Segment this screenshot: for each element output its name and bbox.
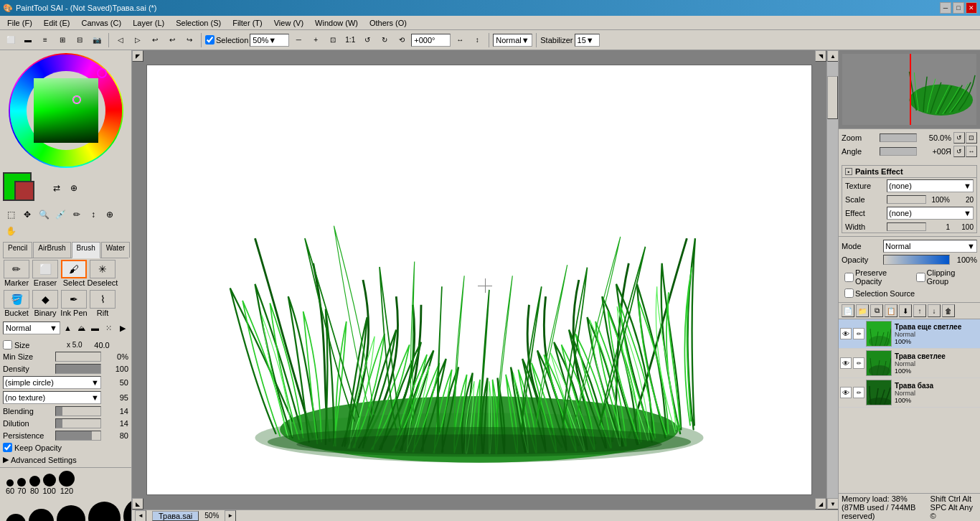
menu-edit[interactable]: Edit (E)	[38, 17, 76, 29]
zoom-in-btn[interactable]: +	[308, 32, 324, 48]
toolbar-btn-11[interactable]: ↪	[182, 32, 197, 48]
zoom-fit-btn[interactable]: ⊡	[325, 32, 341, 48]
menu-view[interactable]: View (V)	[268, 17, 309, 29]
pencil-tool[interactable]: ✏	[69, 207, 85, 222]
zoom-out-btn[interactable]: ─	[291, 32, 306, 48]
scroll-down-btn[interactable]: ▼	[827, 498, 838, 510]
canvas-corner-tl[interactable]: ◤	[132, 50, 143, 62]
preset-300[interactable]: 300	[88, 502, 121, 521]
texture-dropdown[interactable]: (no texture) ▼	[3, 391, 101, 404]
menu-others[interactable]: Others (O)	[364, 17, 413, 29]
layer-item-2[interactable]: 👁 ✏ Трава светлее Normal 100%	[839, 349, 980, 378]
angle-dropdown[interactable]: +000°	[411, 34, 451, 47]
density-slider[interactable]	[55, 364, 101, 374]
binary-tool[interactable]: ◆ Binary	[32, 290, 59, 317]
selection-source-checkbox[interactable]	[844, 288, 854, 298]
tab-airbrush[interactable]: AirBrush	[33, 242, 70, 258]
layer-visibility-2[interactable]: 👁	[840, 357, 852, 369]
flip-v-btn[interactable]: ↕	[469, 32, 485, 48]
menu-selection[interactable]: Selection (S)	[170, 17, 227, 29]
reset-btn[interactable]: ⟲	[394, 32, 410, 48]
blending-slider[interactable]	[55, 406, 101, 416]
preview-thumbnail[interactable]	[842, 54, 976, 125]
blend-mode-dropdown[interactable]: Normal ▼	[493, 34, 532, 47]
menu-window[interactable]: Window (W)	[309, 17, 364, 29]
preset-250[interactable]: 250	[57, 505, 85, 521]
layer-paste-btn[interactable]: 📋	[885, 304, 897, 317]
toolbar-btn-2[interactable]: ▬	[20, 32, 36, 48]
angle-flip-btn[interactable]: ↔	[966, 146, 977, 157]
opacity-slider[interactable]	[883, 255, 950, 265]
keep-opacity-checkbox[interactable]	[3, 443, 12, 452]
menu-filter[interactable]: Filter (T)	[227, 17, 268, 29]
shape-triangle-up[interactable]: ▲	[62, 320, 74, 336]
menu-canvas[interactable]: Canvas (C)	[76, 17, 128, 29]
layer-lock-2[interactable]: ✏	[853, 357, 864, 369]
toolbar-btn-6[interactable]: 📷	[89, 32, 105, 48]
layer-down-btn[interactable]: ↓	[928, 304, 941, 317]
advanced-settings-row[interactable]: ▶ Advanced Settings	[3, 455, 128, 464]
shape-rect[interactable]: ▬	[89, 320, 101, 336]
persistence-slider[interactable]	[55, 431, 101, 441]
mode-dropdown[interactable]: Normal ▼	[883, 240, 977, 253]
scroll-thumb-v[interactable]	[827, 76, 838, 119]
status-left-btn[interactable]: ◄	[135, 510, 146, 522]
status-right-btn[interactable]: ►	[225, 510, 236, 522]
move-tool[interactable]: ✥	[19, 207, 35, 222]
texture-effect-dropdown[interactable]: (none) ▼	[887, 179, 974, 192]
flip-h-btn[interactable]: ↔	[452, 32, 468, 48]
selection-checkbox[interactable]	[205, 35, 215, 44]
maximize-button[interactable]: □	[953, 2, 964, 14]
select-rect-tool[interactable]: ⬚	[3, 207, 19, 222]
layer-lock-3[interactable]: ✏	[853, 387, 864, 398]
layer-merge-down-btn[interactable]: ⬇	[899, 304, 912, 317]
toolbar-btn-9[interactable]: ↩	[147, 32, 163, 48]
min-size-slider[interactable]	[55, 352, 101, 362]
preserve-opacity-checkbox[interactable]	[844, 273, 854, 282]
rotate-ccw-btn[interactable]: ↺	[359, 32, 375, 48]
zoom-actual-btn[interactable]: 1:1	[342, 32, 358, 48]
drawing-canvas[interactable]	[146, 65, 812, 495]
preset-160[interactable]: 160	[6, 514, 26, 521]
rotate-cw-btn[interactable]: ↻	[377, 32, 392, 48]
color-wheel[interactable]	[9, 53, 123, 168]
tab-pencil[interactable]: Pencil	[3, 242, 32, 258]
layer-visibility-3[interactable]: 👁	[840, 387, 852, 398]
zoom-tool[interactable]: ⊕	[102, 207, 118, 222]
zoom-dropdown[interactable]: 50% ▼	[250, 34, 289, 47]
bucket-tool[interactable]: 🪣 Bucket	[3, 290, 30, 317]
toolbar-btn-8[interactable]: ▷	[130, 32, 146, 48]
toolbar-btn-3[interactable]: ≡	[37, 32, 53, 48]
canvas-corner-br[interactable]: ◢	[815, 498, 826, 510]
eraser-tool[interactable]: ⬜ Eraser	[32, 260, 59, 287]
deselect-tool[interactable]: ✳ Deselect	[89, 260, 116, 287]
eyedropper-tool[interactable]: 💉	[52, 207, 68, 222]
effect-effect-dropdown[interactable]: (none) ▼	[887, 207, 974, 220]
layer-item-1[interactable]: 👁 ✏ Трава еще светлее Normal 100%	[839, 319, 980, 349]
tab-water[interactable]: Water	[101, 242, 130, 258]
secondary-color-swatch[interactable]	[14, 181, 34, 201]
preset-200[interactable]: 200	[29, 509, 54, 521]
shape-scroll[interactable]: ▶	[116, 320, 128, 336]
preset-70[interactable]: 70	[17, 478, 26, 495]
dilution-slider[interactable]	[55, 418, 101, 428]
brush-mode-dropdown[interactable]: Normal ▼	[3, 321, 60, 334]
zoom-slider[interactable]	[880, 133, 917, 142]
preset-100[interactable]: 100	[43, 474, 56, 495]
zoom-reset-btn[interactable]: ↺	[953, 132, 965, 144]
minimize-button[interactable]: ─	[940, 2, 951, 14]
size-checkbox[interactable]	[3, 340, 12, 349]
canvas-area[interactable]: ◤ ◥ ◣ ◢	[132, 50, 838, 521]
scroll-track-v[interactable]	[827, 62, 838, 498]
toolbar-btn-7[interactable]: ◁	[113, 32, 128, 48]
lasso-tool[interactable]: 🔍	[36, 207, 52, 222]
preset-120[interactable]: 120	[59, 471, 75, 495]
preset-60[interactable]: 60	[6, 479, 14, 495]
toolbar-btn-10[interactable]: ↩	[164, 32, 180, 48]
tab-brush[interactable]: Brush	[72, 242, 100, 258]
color-wheel-container[interactable]	[9, 53, 123, 168]
angle-slider[interactable]	[880, 147, 917, 156]
shape-dots[interactable]: ⁙	[103, 320, 115, 336]
new-set-btn[interactable]: 📁	[856, 304, 869, 317]
close-button[interactable]: ✕	[966, 2, 977, 14]
